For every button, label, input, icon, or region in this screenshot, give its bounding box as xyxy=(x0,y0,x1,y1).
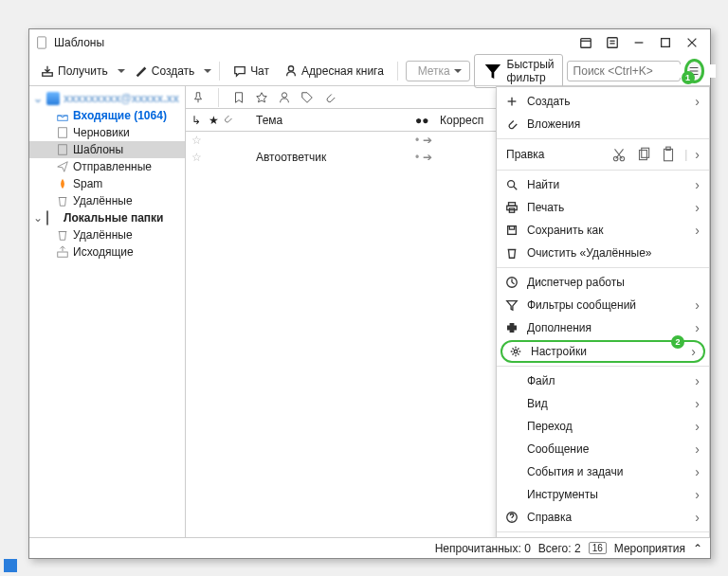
folder-tree: ⌄xxxxxxxxx@xxxxx.xx Входящие (1064) Черн… xyxy=(29,86,186,537)
get-mail-button[interactable]: Получить xyxy=(35,62,114,81)
thread-col[interactable]: ↳ xyxy=(191,114,203,127)
window-title: Шаблоны xyxy=(54,36,104,49)
svg-rect-19 xyxy=(59,145,67,155)
svg-rect-3 xyxy=(608,38,618,48)
close-button[interactable] xyxy=(680,30,704,55)
svg-point-21 xyxy=(282,92,286,97)
outbox-folder[interactable]: Исходящие xyxy=(29,243,185,261)
svg-rect-0 xyxy=(38,37,46,48)
from-col[interactable]: Корресп xyxy=(440,114,483,127)
svg-rect-18 xyxy=(59,128,67,138)
account-row[interactable]: ⌄xxxxxxxxx@xxxxx.xx xyxy=(29,90,185,107)
create-dropdown[interactable] xyxy=(204,69,211,77)
svg-line-32 xyxy=(514,187,518,190)
read-col[interactable]: ●● xyxy=(415,114,434,127)
status-bar: Непрочитанных: 0 Всего: 2 16 Мероприятия… xyxy=(29,537,710,558)
bookmark-icon[interactable] xyxy=(232,91,246,104)
local-trash-folder[interactable]: Удалённые xyxy=(29,226,185,243)
menu-settings[interactable]: Настройки›2 xyxy=(500,340,705,363)
svg-point-39 xyxy=(514,350,518,353)
trash-folder[interactable]: Удалённые xyxy=(29,192,185,209)
menu-activity[interactable]: Диспетчер работы xyxy=(497,271,709,294)
annotation-badge-2: 2 xyxy=(671,335,684,349)
svg-rect-7 xyxy=(662,39,670,47)
pin-icon[interactable] xyxy=(191,91,205,104)
contact-icon[interactable] xyxy=(278,91,291,104)
menu-print[interactable]: Печать› xyxy=(497,196,709,219)
doc-icon xyxy=(35,36,48,49)
svg-rect-27 xyxy=(640,151,647,160)
events-toggle[interactable]: 16 xyxy=(589,542,607,554)
menu-create[interactable]: Создать› xyxy=(497,90,709,113)
svg-point-11 xyxy=(288,65,293,70)
svg-rect-20 xyxy=(58,252,68,257)
inbox-folder[interactable]: Входящие (1064) xyxy=(29,107,185,124)
local-folders[interactable]: ⌄Локальные папки xyxy=(29,209,185,226)
tag-button[interactable]: Метка xyxy=(406,61,470,81)
get-mail-dropdown[interactable] xyxy=(118,69,125,77)
cut-icon[interactable] xyxy=(610,146,628,163)
templates-folder[interactable]: Шаблоны xyxy=(29,141,185,158)
svg-rect-37 xyxy=(509,226,514,230)
menu-find[interactable]: Найти› xyxy=(497,173,709,196)
tag-filter-icon[interactable] xyxy=(300,91,314,104)
svg-rect-28 xyxy=(642,148,649,157)
menu-tools[interactable]: Инструменты› xyxy=(497,483,709,506)
svg-rect-29 xyxy=(664,149,673,160)
menu-message[interactable]: Сообщение› xyxy=(497,438,709,460)
app-menu: Создать› Вложения Правка | › Найти› Печа… xyxy=(496,86,710,537)
menu-attachments[interactable]: Вложения xyxy=(497,113,709,135)
menu-help[interactable]: Справка› xyxy=(497,506,709,529)
star-icon[interactable] xyxy=(255,91,268,104)
drafts-folder[interactable]: Черновики xyxy=(29,124,185,141)
app-menu-button[interactable]: 1 xyxy=(684,59,704,83)
total-count: Всего: 2 xyxy=(538,542,581,555)
menu-edit-row: Правка | › xyxy=(497,142,709,167)
svg-rect-17 xyxy=(58,116,68,120)
copy-icon[interactable] xyxy=(635,146,652,163)
tb-logo-icon xyxy=(4,559,17,568)
menu-events[interactable]: События и задачи› xyxy=(497,460,709,483)
menu-file[interactable]: Файл› xyxy=(497,369,709,392)
search-input[interactable] xyxy=(567,61,681,81)
menu-go[interactable]: Переход› xyxy=(497,415,709,438)
subject-col[interactable]: Тема xyxy=(239,114,410,127)
svg-point-31 xyxy=(508,181,515,188)
sent-folder[interactable]: Отправленные xyxy=(29,158,185,175)
paste-icon[interactable] xyxy=(660,146,677,163)
attach-col[interactable] xyxy=(222,113,233,127)
maximize-button[interactable] xyxy=(653,30,678,55)
star-col[interactable]: ★ xyxy=(209,114,216,127)
minimize-button[interactable] xyxy=(627,30,651,55)
unread-count: Непрочитанных: 0 xyxy=(435,542,531,555)
menu-view[interactable]: Вид› xyxy=(497,392,709,415)
attach-filter-icon[interactable] xyxy=(323,91,337,104)
calendar-icon[interactable] xyxy=(573,30,598,55)
menu-filters[interactable]: Фильтры сообщений› xyxy=(497,294,709,316)
events-label[interactable]: Мероприятия xyxy=(614,542,685,555)
annotation-badge-1: 1 xyxy=(682,71,695,84)
address-book-button[interactable]: Адресная книга xyxy=(279,62,390,81)
svg-rect-10 xyxy=(43,72,53,76)
quick-filter-button[interactable]: Быстрый фильтр xyxy=(474,54,563,88)
svg-rect-1 xyxy=(581,39,592,48)
tasks-icon[interactable] xyxy=(600,30,625,55)
menu-saveas[interactable]: Сохранить как› xyxy=(497,219,709,242)
chat-button[interactable]: Чат xyxy=(228,62,275,81)
chevron-up-icon[interactable]: ⌃ xyxy=(693,542,702,555)
create-button[interactable]: Создать xyxy=(129,62,201,81)
spam-folder[interactable]: Spam xyxy=(29,175,185,192)
menu-exit[interactable]: Выход xyxy=(497,535,709,537)
menu-empty-trash[interactable]: Очистить «Удалённые» xyxy=(497,242,709,264)
